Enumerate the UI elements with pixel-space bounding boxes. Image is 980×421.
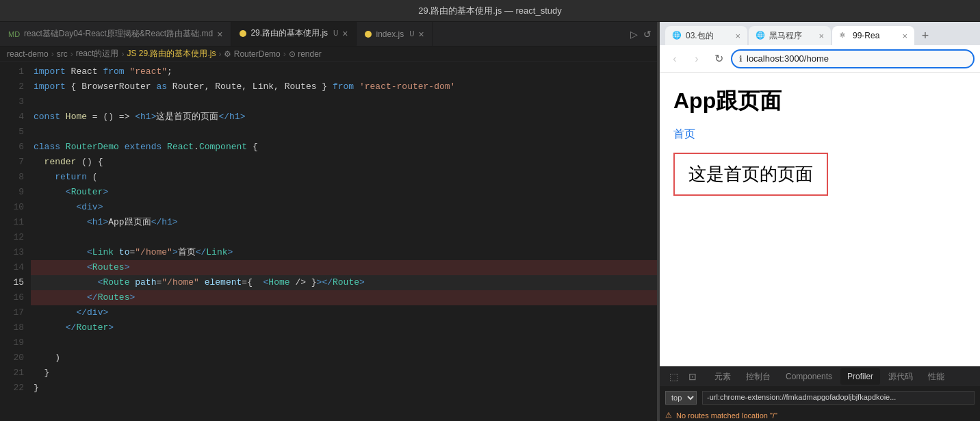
home-link[interactable]: 首页 (673, 127, 966, 142)
address-bar[interactable]: ℹ localhost:3000/home (731, 49, 975, 68)
refresh-button[interactable]: ↺ (643, 29, 652, 40)
browser-tabs-row: 🌐 03.包的 × 🌐 黑马程序 × ⚛ 99-Rea × + (660, 22, 980, 45)
ln-10: 10 (0, 200, 24, 215)
tab-js-main-close[interactable]: × (342, 28, 348, 39)
ln-17: 17 (0, 305, 24, 320)
code-line-20: ) (31, 350, 657, 366)
code-line-14: <Routes> (31, 260, 657, 275)
favicon-2: 🌐 (756, 31, 765, 40)
md-icon: MD (8, 30, 20, 38)
tab-index[interactable]: index.js U × (357, 22, 433, 46)
breadcrumb: react-demo › src › react的运用 › JS 29.路由的基… (0, 47, 657, 62)
code-line-18: </Router> (31, 320, 657, 335)
code-line-4: const Home = () => <h1>这是首页的页面</h1> (31, 110, 657, 125)
code-line-15: <Route path="/home" element={ <Home /> }… (31, 275, 657, 290)
devtools-tab-sources[interactable]: 源代码 (881, 368, 920, 385)
tab-index-label: index.js (376, 29, 404, 39)
ln-12: 12 (0, 230, 24, 245)
favicon-1: 🌐 (672, 31, 682, 40)
back-button[interactable]: ‹ (665, 49, 684, 68)
code-line-9: <Router> (31, 185, 657, 200)
home-content-box: 这是首页的页面 (673, 153, 828, 196)
tab-js-main[interactable]: 29.路由的基本使用.js U × (231, 22, 357, 46)
ln-1: 1 (0, 64, 24, 79)
code-line-2: import { BrowserRouter as Router, Route,… (31, 79, 657, 94)
devtools-tab-profiler[interactable]: Profiler (840, 368, 880, 385)
ln-22: 22 (0, 381, 24, 396)
tab-index-close[interactable]: × (418, 29, 424, 40)
warning-icon: ⚠ (665, 411, 672, 420)
line-numbers: 1 2 3 4 5 6 7 8 9 10 11 12 13 14 15 16 1… (0, 62, 31, 421)
tab-md-close[interactable]: × (217, 29, 222, 40)
refresh-nav-button[interactable]: ↻ (709, 49, 728, 68)
code-line-12 (31, 230, 657, 245)
devtools-tab-components[interactable]: Components (779, 368, 839, 385)
ln-18: 18 (0, 320, 24, 335)
browser-tab-3[interactable]: ⚛ 99-Rea × (832, 26, 914, 45)
editor-tabs: MD react基础Day04-React原理揭秘&React路由基础.md ×… (0, 22, 657, 47)
code-line-13: <Link to="/home">首页</Link> (31, 245, 657, 260)
browser-tab-1[interactable]: 🌐 03.包的 × (665, 26, 747, 45)
devtools-device-btn[interactable]: ⊡ (684, 368, 701, 385)
breadcrumb-react-demo: react-demo (7, 49, 49, 59)
ln-3: 3 (0, 94, 24, 110)
devtools-panel: ⬚ ⊡ 元素 控制台 Components Profiler 源代码 (660, 366, 980, 421)
browser-tab-1-label: 03.包的 (686, 30, 714, 42)
code-area[interactable]: 1 2 3 4 5 6 7 8 9 10 11 12 13 14 15 16 1… (0, 62, 657, 421)
code-line-3 (31, 94, 657, 110)
breadcrumb-react-use: react的运用 (76, 48, 119, 60)
devtools-error-row: ⚠ No routes matched location "/" (660, 409, 980, 421)
breadcrumb-method: ⊙ render (289, 49, 322, 59)
code-line-8: return ( (31, 170, 657, 185)
browser-tab-3-close[interactable]: × (902, 31, 907, 41)
browser-tab-2-label: 黑马程序 (769, 30, 802, 42)
ln-2: 2 (0, 79, 24, 94)
forward-button[interactable]: › (687, 49, 706, 68)
browser-nav-row: ‹ › ↻ ℹ localhost:3000/home (660, 45, 980, 73)
code-line-19 (31, 335, 657, 350)
devtools-tabs: ⬚ ⊡ 元素 控制台 Components Profiler 源代码 (660, 367, 980, 386)
ln-13: 13 (0, 245, 24, 260)
lock-icon: ℹ (739, 54, 743, 64)
tab-js-main-label: 29.路由的基本使用.js (250, 27, 328, 39)
browser-tab-2-close[interactable]: × (818, 31, 824, 41)
tab-md[interactable]: MD react基础Day04-React原理揭秘&React路由基础.md × (0, 22, 231, 46)
ln-11: 11 (0, 215, 24, 230)
ln-15: 15 (0, 275, 24, 290)
page-app-title: App跟页面 (673, 86, 966, 116)
devtools-tab-console[interactable]: 控制台 (739, 368, 777, 385)
browser-tab-1-close[interactable]: × (735, 31, 740, 41)
run-button[interactable]: ▷ (630, 29, 638, 40)
code-content[interactable]: import React from "react"; import { Brow… (31, 62, 657, 398)
js-icon-index (365, 31, 372, 38)
favicon-3: ⚛ (839, 31, 849, 40)
code-line-10: <div> (31, 200, 657, 215)
ln-9: 9 (0, 185, 24, 200)
ln-4: 4 (0, 110, 24, 125)
devtools-tab-performance[interactable]: 性能 (921, 368, 951, 385)
devtools-tab-elements[interactable]: 元素 (708, 368, 738, 385)
code-line-21: } (31, 366, 657, 381)
code-line-17: </div> (31, 305, 657, 320)
devtools-inspect-btn[interactable]: ⬚ (665, 368, 682, 385)
code-line-5 (31, 125, 657, 140)
browser-chrome: 🌐 03.包的 × 🌐 黑马程序 × ⚛ 99-Rea × + ‹ (660, 22, 980, 73)
browser-tab-2[interactable]: 🌐 黑马程序 × (749, 26, 831, 45)
browser-tab-3-label: 99-Rea (853, 31, 879, 40)
code-line-1: import React from "react"; (31, 64, 657, 79)
devtools-top-select[interactable]: top (665, 391, 697, 405)
breadcrumb-class: ⚙ RouterDemo (224, 49, 280, 59)
ln-7: 7 (0, 155, 24, 170)
tab-badge-main: U (333, 29, 338, 37)
tab-actions: ▷ ↺ (625, 22, 657, 46)
devtools-filter-bar[interactable]: -url:chrome-extension://fmkadmapgofadopl… (702, 391, 975, 405)
browser-new-tab-btn[interactable]: + (916, 26, 935, 45)
ln-14: 14 (0, 260, 24, 275)
ln-21: 21 (0, 366, 24, 381)
code-line-6: class RouterDemo extends React.Component… (31, 140, 657, 155)
ln-16: 16 (0, 290, 24, 305)
ln-5: 5 (0, 125, 24, 140)
ln-19: 19 (0, 335, 24, 350)
code-wrapper[interactable]: import React from "react"; import { Brow… (31, 62, 657, 421)
url-text: localhost:3000/home (747, 53, 966, 64)
